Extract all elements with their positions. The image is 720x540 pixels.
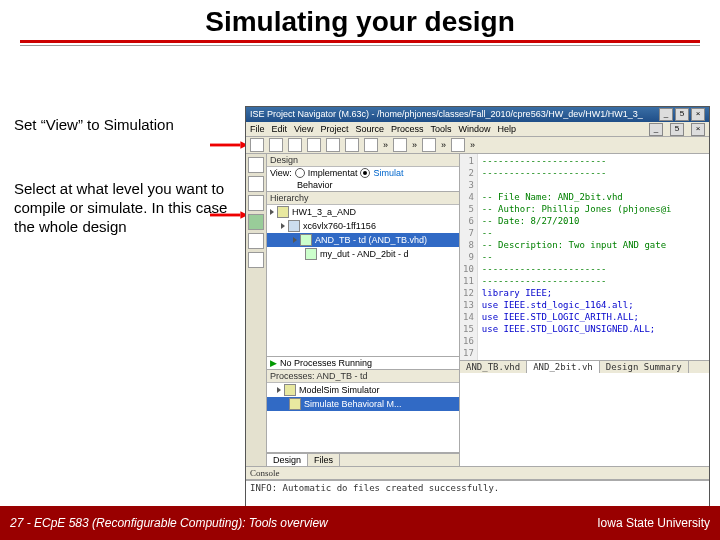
sim-sub-row: Behavior bbox=[267, 179, 459, 191]
design-bottom-tabs: Design Files bbox=[267, 453, 459, 466]
impl-label: Implementat bbox=[308, 168, 358, 178]
hier-project[interactable]: HW1_3_a_AND bbox=[267, 205, 459, 219]
console-header: Console bbox=[246, 466, 709, 480]
proc-modelsim[interactable]: ModelSim Simulator bbox=[267, 383, 459, 397]
radio-simulation[interactable] bbox=[360, 168, 370, 178]
menu-tools[interactable]: Tools bbox=[430, 124, 451, 134]
arrow-level bbox=[210, 205, 248, 213]
inner-close-button[interactable]: × bbox=[691, 123, 705, 136]
code-text: ----------------------------------------… bbox=[478, 154, 676, 360]
run-icon[interactable] bbox=[248, 214, 264, 230]
annotation-level: Select at what level you want to compile… bbox=[14, 180, 234, 236]
arrow-view bbox=[210, 135, 248, 143]
line-numbers: 1234567891011121314151617 bbox=[460, 154, 478, 360]
refresh-icon[interactable] bbox=[248, 252, 264, 268]
menu-edit[interactable]: Edit bbox=[272, 124, 288, 134]
no-proc-row: ▶No Processes Running bbox=[267, 357, 459, 369]
tab-summary[interactable]: Design Summary bbox=[600, 361, 689, 373]
zoom-icon[interactable] bbox=[422, 138, 436, 152]
annotation-view: Set “View” to Simulation bbox=[14, 116, 174, 135]
maximize-button[interactable]: 5 bbox=[675, 108, 689, 121]
divider-red bbox=[20, 40, 700, 43]
view-label: View: bbox=[270, 168, 292, 178]
cut-icon[interactable] bbox=[307, 138, 321, 152]
minimize-button[interactable]: _ bbox=[659, 108, 673, 121]
view-row: View: Implementat Simulat bbox=[267, 167, 459, 179]
editor: 1234567891011121314151617 --------------… bbox=[460, 154, 709, 466]
divider-gray bbox=[20, 45, 700, 46]
design-header: Design bbox=[267, 154, 459, 167]
hierarchy-header: Hierarchy bbox=[267, 192, 459, 205]
menu-project[interactable]: Project bbox=[320, 124, 348, 134]
menu-source[interactable]: Source bbox=[355, 124, 384, 134]
play-icon[interactable] bbox=[393, 138, 407, 152]
view-icon[interactable] bbox=[248, 157, 264, 173]
tab-and-2bit[interactable]: AND_2bit.vh bbox=[527, 361, 600, 373]
tab-design[interactable]: Design bbox=[267, 454, 308, 466]
proc-simulate[interactable]: Simulate Behavioral M... bbox=[267, 397, 459, 411]
menu-help[interactable]: Help bbox=[497, 124, 516, 134]
hier-tb[interactable]: AND_TB - td (AND_TB.vhd) bbox=[267, 233, 459, 247]
editor-tabs: AND_TB.vhd AND_2bit.vh Design Summary bbox=[460, 360, 709, 373]
footer-left: 27 - ECpE 583 (Reconfigurable Computing)… bbox=[10, 516, 328, 530]
help-icon[interactable] bbox=[451, 138, 465, 152]
tab-files[interactable]: Files bbox=[308, 454, 340, 466]
toolbar: » » » » bbox=[246, 137, 709, 154]
menu-view[interactable]: View bbox=[294, 124, 313, 134]
copy-icon[interactable] bbox=[326, 138, 340, 152]
sim-label: Simulat bbox=[373, 168, 403, 178]
radio-implementation[interactable] bbox=[295, 168, 305, 178]
close-button[interactable]: × bbox=[691, 108, 705, 121]
menu-window[interactable]: Window bbox=[458, 124, 490, 134]
save-icon[interactable] bbox=[288, 138, 302, 152]
footer-right: Iowa State University bbox=[597, 516, 710, 530]
undo-icon[interactable] bbox=[364, 138, 378, 152]
paste-icon[interactable] bbox=[345, 138, 359, 152]
menubar: File Edit View Project Source Process To… bbox=[246, 122, 709, 137]
open-icon[interactable] bbox=[269, 138, 283, 152]
tab-and-tb[interactable]: AND_TB.vhd bbox=[460, 361, 527, 373]
menu-file[interactable]: File bbox=[250, 124, 265, 134]
titlebar: ISE Project Navigator (M.63c) - /home/ph… bbox=[246, 107, 709, 122]
hier-dut[interactable]: my_dut - AND_2bit - d bbox=[267, 247, 459, 261]
inner-max-button[interactable]: 5 bbox=[670, 123, 684, 136]
proc-header: Processes: AND_TB - td bbox=[267, 370, 459, 383]
ise-window: ISE Project Navigator (M.63c) - /home/ph… bbox=[245, 106, 710, 516]
stop-icon[interactable] bbox=[248, 233, 264, 249]
slide-title: Simulating your design bbox=[0, 0, 720, 40]
hier-device[interactable]: xc6vlx760-1ff1156 bbox=[267, 219, 459, 233]
lib-icon[interactable] bbox=[248, 195, 264, 211]
left-iconbar bbox=[246, 154, 267, 466]
slide-footer: 27 - ECpE 583 (Reconfigurable Computing)… bbox=[0, 506, 720, 540]
design-panel: Design View: Implementat Simulat Behavio… bbox=[267, 154, 460, 466]
code-area[interactable]: 1234567891011121314151617 --------------… bbox=[460, 154, 709, 360]
menu-process[interactable]: Process bbox=[391, 124, 424, 134]
sim-sub-label: Behavior bbox=[297, 180, 333, 190]
hier-icon[interactable] bbox=[248, 176, 264, 192]
new-icon[interactable] bbox=[250, 138, 264, 152]
inner-min-button[interactable]: _ bbox=[649, 123, 663, 136]
window-title: ISE Project Navigator (M.63c) - /home/ph… bbox=[250, 107, 643, 122]
